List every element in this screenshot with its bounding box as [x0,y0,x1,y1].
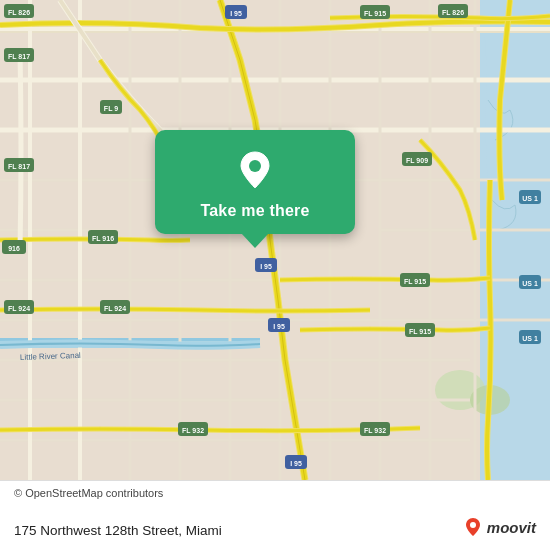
svg-text:FL 915: FL 915 [404,278,426,285]
svg-text:FL 915: FL 915 [409,328,431,335]
svg-text:I 95: I 95 [230,10,242,17]
location-card: Take me there [155,130,355,234]
svg-point-74 [470,522,476,528]
svg-text:FL 915: FL 915 [364,10,386,17]
svg-text:916: 916 [8,245,20,252]
svg-text:US 1: US 1 [522,280,538,287]
svg-text:I 95: I 95 [290,460,302,467]
address-text: 175 Northwest 128th Street, Miami [14,523,222,538]
svg-point-73 [249,160,261,172]
take-me-there-button[interactable]: Take me there [200,202,309,220]
svg-text:I 95: I 95 [273,323,285,330]
svg-text:FL 932: FL 932 [364,427,386,434]
moovit-logo: moovit [462,516,536,538]
map-background: I 95 I 95 I 95 I 95 FL 826 FL 826 FL 817… [0,0,550,480]
svg-text:FL 916: FL 916 [92,235,114,242]
svg-text:FL 817: FL 817 [8,163,30,170]
svg-text:I 95: I 95 [260,263,272,270]
bottom-bar: © OpenStreetMap contributors 175 Northwe… [0,480,550,550]
svg-text:FL 924: FL 924 [8,305,30,312]
svg-text:FL 909: FL 909 [406,157,428,164]
svg-text:FL 826: FL 826 [442,9,464,16]
location-pin-icon [233,148,277,192]
svg-text:FL 826: FL 826 [8,9,30,16]
svg-text:FL 817: FL 817 [8,53,30,60]
svg-text:US 1: US 1 [522,195,538,202]
svg-text:FL 924: FL 924 [104,305,126,312]
svg-text:US 1: US 1 [522,335,538,342]
svg-text:FL 9: FL 9 [104,105,118,112]
svg-text:FL 932: FL 932 [182,427,204,434]
copyright-text: © OpenStreetMap contributors [14,487,163,499]
moovit-logo-pin-icon [462,516,484,538]
moovit-logo-text: moovit [487,519,536,536]
map-container: I 95 I 95 I 95 I 95 FL 826 FL 826 FL 817… [0,0,550,480]
